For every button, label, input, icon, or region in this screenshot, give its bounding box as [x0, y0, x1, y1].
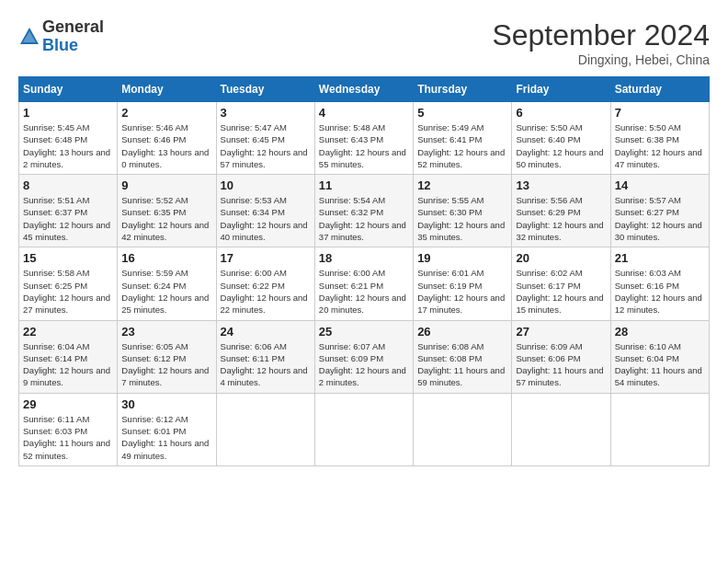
- day-number: 26: [417, 325, 507, 339]
- day-info: Sunrise: 6:04 AMSunset: 6:14 PMDaylight:…: [23, 340, 113, 389]
- day-info: Sunrise: 5:45 AMSunset: 6:48 PMDaylight:…: [23, 121, 113, 170]
- day-info: Sunrise: 6:00 AMSunset: 6:22 PMDaylight:…: [221, 267, 311, 316]
- calendar-cell: 9Sunrise: 5:52 AMSunset: 6:35 PMDaylight…: [118, 175, 216, 247]
- day-number: 16: [121, 251, 211, 265]
- calendar-cell: 15Sunrise: 5:58 AMSunset: 6:25 PMDayligh…: [19, 247, 118, 320]
- calendar-cell: 4Sunrise: 5:48 AMSunset: 6:43 PMDaylight…: [314, 102, 413, 175]
- calendar-cell: 1Sunrise: 5:45 AMSunset: 6:48 PMDaylight…: [19, 102, 118, 175]
- day-info: Sunrise: 5:58 AMSunset: 6:25 PMDaylight:…: [23, 267, 113, 316]
- day-info: Sunrise: 5:48 AMSunset: 6:43 PMDaylight:…: [319, 121, 409, 170]
- calendar-cell: 25Sunrise: 6:07 AMSunset: 6:09 PMDayligh…: [314, 320, 413, 393]
- day-info: Sunrise: 6:10 AMSunset: 6:04 PMDaylight:…: [615, 340, 705, 389]
- logo-icon: [18, 26, 40, 48]
- day-info: Sunrise: 5:50 AMSunset: 6:38 PMDaylight:…: [615, 121, 705, 170]
- calendar-table: SundayMondayTuesdayWednesdayThursdayFrid…: [18, 76, 710, 466]
- day-info: Sunrise: 5:46 AMSunset: 6:46 PMDaylight:…: [121, 121, 211, 170]
- calendar-cell: [414, 393, 512, 465]
- logo-blue-text: Blue: [42, 37, 104, 55]
- day-number: 30: [121, 397, 211, 411]
- calendar-cell: 27Sunrise: 6:09 AMSunset: 6:06 PMDayligh…: [512, 320, 610, 393]
- calendar-day-header: Saturday: [610, 77, 709, 102]
- day-info: Sunrise: 5:49 AMSunset: 6:41 PMDaylight:…: [417, 121, 507, 170]
- calendar-cell: 24Sunrise: 6:06 AMSunset: 6:11 PMDayligh…: [216, 320, 314, 393]
- calendar-cell: 10Sunrise: 5:53 AMSunset: 6:34 PMDayligh…: [216, 175, 314, 247]
- day-info: Sunrise: 5:54 AMSunset: 6:32 PMDaylight:…: [319, 194, 409, 243]
- day-info: Sunrise: 5:47 AMSunset: 6:45 PMDaylight:…: [221, 121, 311, 170]
- day-info: Sunrise: 5:53 AMSunset: 6:34 PMDaylight:…: [221, 194, 311, 243]
- calendar-cell: 18Sunrise: 6:00 AMSunset: 6:21 PMDayligh…: [314, 247, 413, 320]
- day-number: 2: [121, 106, 211, 120]
- calendar-cell: [314, 393, 413, 465]
- calendar-cell: 3Sunrise: 5:47 AMSunset: 6:45 PMDaylight…: [216, 102, 314, 175]
- calendar-cell: 12Sunrise: 5:55 AMSunset: 6:30 PMDayligh…: [414, 175, 512, 247]
- page-header: General Blue September 2024 Dingxing, He…: [18, 18, 710, 67]
- day-number: 10: [221, 178, 311, 192]
- day-info: Sunrise: 5:56 AMSunset: 6:29 PMDaylight:…: [516, 194, 606, 243]
- day-number: 28: [615, 325, 705, 339]
- day-info: Sunrise: 6:05 AMSunset: 6:12 PMDaylight:…: [121, 340, 211, 389]
- logo-general-text: General: [42, 18, 104, 37]
- day-number: 1: [23, 106, 113, 120]
- day-number: 25: [319, 325, 409, 339]
- day-info: Sunrise: 6:02 AMSunset: 6:17 PMDaylight:…: [516, 267, 606, 316]
- calendar-week-row: 22Sunrise: 6:04 AMSunset: 6:14 PMDayligh…: [19, 320, 710, 393]
- day-info: Sunrise: 5:51 AMSunset: 6:37 PMDaylight:…: [23, 194, 113, 243]
- day-number: 14: [615, 178, 705, 192]
- day-info: Sunrise: 5:55 AMSunset: 6:30 PMDaylight:…: [417, 194, 507, 243]
- title-block: September 2024 Dingxing, Hebei, China: [492, 18, 710, 67]
- day-info: Sunrise: 6:06 AMSunset: 6:11 PMDaylight:…: [221, 340, 311, 389]
- calendar-cell: 20Sunrise: 6:02 AMSunset: 6:17 PMDayligh…: [512, 247, 610, 320]
- calendar-cell: 29Sunrise: 6:11 AMSunset: 6:03 PMDayligh…: [19, 393, 118, 465]
- month-title: September 2024: [492, 18, 710, 52]
- day-info: Sunrise: 6:11 AMSunset: 6:03 PMDaylight:…: [23, 413, 113, 462]
- day-number: 21: [615, 251, 705, 265]
- day-number: 6: [516, 106, 606, 120]
- day-info: Sunrise: 6:00 AMSunset: 6:21 PMDaylight:…: [319, 267, 409, 316]
- day-info: Sunrise: 6:01 AMSunset: 6:19 PMDaylight:…: [417, 267, 507, 316]
- day-info: Sunrise: 6:07 AMSunset: 6:09 PMDaylight:…: [319, 340, 409, 389]
- calendar-week-row: 1Sunrise: 5:45 AMSunset: 6:48 PMDaylight…: [19, 102, 710, 175]
- calendar-day-header: Tuesday: [216, 77, 314, 102]
- day-number: 24: [221, 325, 311, 339]
- day-info: Sunrise: 6:12 AMSunset: 6:01 PMDaylight:…: [121, 413, 211, 462]
- calendar-cell: 6Sunrise: 5:50 AMSunset: 6:40 PMDaylight…: [512, 102, 610, 175]
- day-number: 5: [417, 106, 507, 120]
- calendar-cell: 2Sunrise: 5:46 AMSunset: 6:46 PMDaylight…: [118, 102, 216, 175]
- day-number: 23: [121, 325, 211, 339]
- day-info: Sunrise: 6:08 AMSunset: 6:08 PMDaylight:…: [417, 340, 507, 389]
- day-number: 9: [121, 178, 211, 192]
- day-number: 17: [221, 251, 311, 265]
- calendar-day-header: Friday: [512, 77, 610, 102]
- calendar-header: SundayMondayTuesdayWednesdayThursdayFrid…: [19, 77, 710, 102]
- calendar-cell: 16Sunrise: 5:59 AMSunset: 6:24 PMDayligh…: [118, 247, 216, 320]
- calendar-body: 1Sunrise: 5:45 AMSunset: 6:48 PMDaylight…: [19, 102, 710, 466]
- calendar-day-header: Thursday: [414, 77, 512, 102]
- day-number: 4: [319, 106, 409, 120]
- day-number: 19: [417, 251, 507, 265]
- day-number: 8: [23, 178, 113, 192]
- location: Dingxing, Hebei, China: [492, 52, 710, 67]
- calendar-cell: [512, 393, 610, 465]
- calendar-day-header: Monday: [118, 77, 216, 102]
- calendar-day-header: Wednesday: [314, 77, 413, 102]
- calendar-cell: 17Sunrise: 6:00 AMSunset: 6:22 PMDayligh…: [216, 247, 314, 320]
- calendar-cell: 19Sunrise: 6:01 AMSunset: 6:19 PMDayligh…: [414, 247, 512, 320]
- day-number: 29: [23, 397, 113, 411]
- calendar-week-row: 29Sunrise: 6:11 AMSunset: 6:03 PMDayligh…: [19, 393, 710, 465]
- calendar-cell: 22Sunrise: 6:04 AMSunset: 6:14 PMDayligh…: [19, 320, 118, 393]
- day-number: 15: [23, 251, 113, 265]
- calendar-cell: 13Sunrise: 5:56 AMSunset: 6:29 PMDayligh…: [512, 175, 610, 247]
- day-info: Sunrise: 5:52 AMSunset: 6:35 PMDaylight:…: [121, 194, 211, 243]
- day-number: 12: [417, 178, 507, 192]
- calendar-cell: 30Sunrise: 6:12 AMSunset: 6:01 PMDayligh…: [118, 393, 216, 465]
- day-number: 3: [221, 106, 311, 120]
- calendar-cell: 26Sunrise: 6:08 AMSunset: 6:08 PMDayligh…: [414, 320, 512, 393]
- day-info: Sunrise: 6:09 AMSunset: 6:06 PMDaylight:…: [516, 340, 606, 389]
- logo: General Blue: [18, 18, 104, 55]
- calendar-cell: 8Sunrise: 5:51 AMSunset: 6:37 PMDaylight…: [19, 175, 118, 247]
- calendar-cell: [610, 393, 709, 465]
- calendar-cell: 21Sunrise: 6:03 AMSunset: 6:16 PMDayligh…: [610, 247, 709, 320]
- calendar-cell: 23Sunrise: 6:05 AMSunset: 6:12 PMDayligh…: [118, 320, 216, 393]
- calendar-cell: 14Sunrise: 5:57 AMSunset: 6:27 PMDayligh…: [610, 175, 709, 247]
- calendar-cell: [216, 393, 314, 465]
